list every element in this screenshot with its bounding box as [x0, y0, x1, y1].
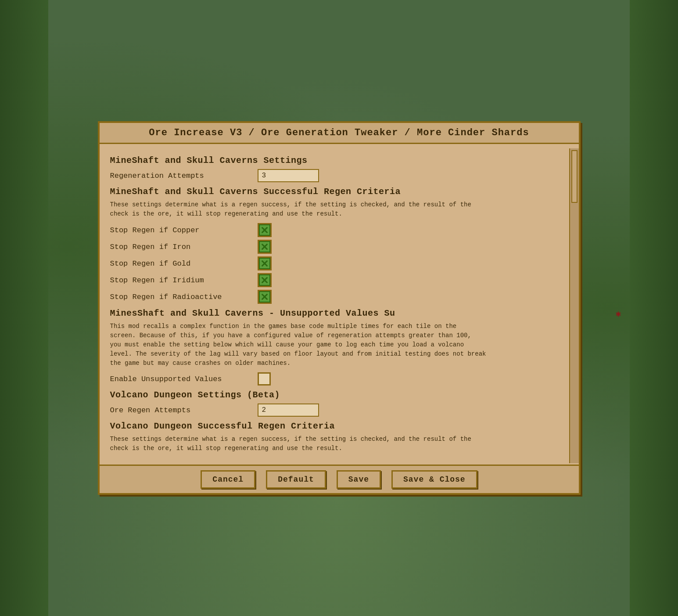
stop-regen-iron-checkbox[interactable]	[258, 240, 272, 254]
radioactive-checkbox-inner	[259, 291, 270, 303]
iridium-checkbox-inner	[259, 274, 270, 286]
regen-attempts-row: Regeneration Attempts	[110, 169, 568, 182]
default-button[interactable]: Default	[266, 470, 326, 489]
unsupported-heading: MinesShaft and Skull Caverns - Unsupport…	[110, 308, 568, 318]
iridium-check-mark	[261, 276, 269, 284]
gold-check-mark	[261, 259, 269, 267]
copper-check-mark	[261, 226, 269, 234]
stop-regen-iridium-checkbox[interactable]	[258, 273, 272, 287]
regen-attempts-label: Regeneration Attempts	[110, 172, 251, 180]
ore-regen-attempts-row: Ore Regen Attempts	[110, 403, 568, 417]
stop-regen-iridium-row: Stop Regen if Iridium	[110, 273, 568, 287]
gold-checkbox-inner	[259, 258, 270, 269]
iron-check-mark	[261, 243, 269, 251]
enable-unsupported-checkbox[interactable]	[258, 372, 271, 385]
mineshaft-criteria-heading: MineShaft and Skull Caverns Successful R…	[110, 187, 568, 197]
regen-attempts-input[interactable]	[258, 169, 319, 182]
radioactive-check-mark	[261, 293, 269, 301]
stop-regen-iron-label: Stop Regen if Iron	[110, 243, 251, 251]
tree-right-decoration	[630, 0, 678, 616]
stop-regen-iridium-label: Stop Regen if Iridium	[110, 276, 251, 285]
stop-regen-gold-row: Stop Regen if Gold	[110, 256, 568, 270]
scrollbar-thumb[interactable]	[571, 150, 578, 203]
stop-regen-radioactive-label: Stop Regen if Radioactive	[110, 293, 251, 301]
ore-regen-attempts-label: Ore Regen Attempts	[110, 406, 251, 414]
stop-regen-gold-label: Stop Regen if Gold	[110, 259, 251, 268]
mineshaft-heading: MineShaft and Skull Caverns Settings	[110, 155, 568, 166]
window-title: Ore Increase V3 / Ore Generation Tweaker…	[149, 127, 529, 138]
volcano-criteria-heading: Volcano Dungeon Successful Regen Criteri…	[110, 421, 568, 431]
enable-unsupported-row: Enable Unsupported Values	[110, 372, 568, 385]
mineshaft-criteria-desc: These settings determine what is a regen…	[110, 200, 568, 219]
enable-unsupported-label: Enable Unsupported Values	[110, 375, 251, 383]
volcano-heading: Volcano Dungeon Settings (Beta)	[110, 390, 568, 400]
iron-checkbox-inner	[259, 241, 270, 252]
stop-regen-gold-checkbox[interactable]	[258, 256, 272, 270]
bottom-bar: Cancel Default Save Save & Close	[100, 465, 579, 493]
copper-checkbox-inner	[259, 224, 270, 236]
stop-regen-copper-checkbox[interactable]	[258, 223, 272, 237]
scrollbar-track[interactable]	[569, 148, 579, 463]
side-decoration: ✱	[616, 308, 621, 319]
title-bar: Ore Increase V3 / Ore Generation Tweaker…	[100, 123, 579, 144]
ore-regen-attempts-input[interactable]	[258, 403, 319, 417]
stop-regen-copper-row: Stop Regen if Copper	[110, 223, 568, 237]
main-window: Ore Increase V3 / Ore Generation Tweaker…	[98, 121, 581, 495]
volcano-criteria-desc: These settings determine what is a regen…	[110, 435, 568, 453]
content-area: MineShaft and Skull Caverns Settings Reg…	[100, 144, 579, 465]
stop-regen-radioactive-row: Stop Regen if Radioactive	[110, 290, 568, 304]
save-close-button[interactable]: Save & Close	[391, 470, 477, 489]
save-button[interactable]: Save	[337, 470, 381, 489]
stop-regen-iron-row: Stop Regen if Iron	[110, 240, 568, 254]
cancel-button[interactable]: Cancel	[201, 470, 255, 489]
stop-regen-copper-label: Stop Regen if Copper	[110, 226, 251, 234]
unsupported-desc: This mod recalls a complex function in t…	[110, 322, 568, 368]
stop-regen-radioactive-checkbox[interactable]	[258, 290, 272, 304]
tree-left-decoration	[0, 0, 48, 616]
